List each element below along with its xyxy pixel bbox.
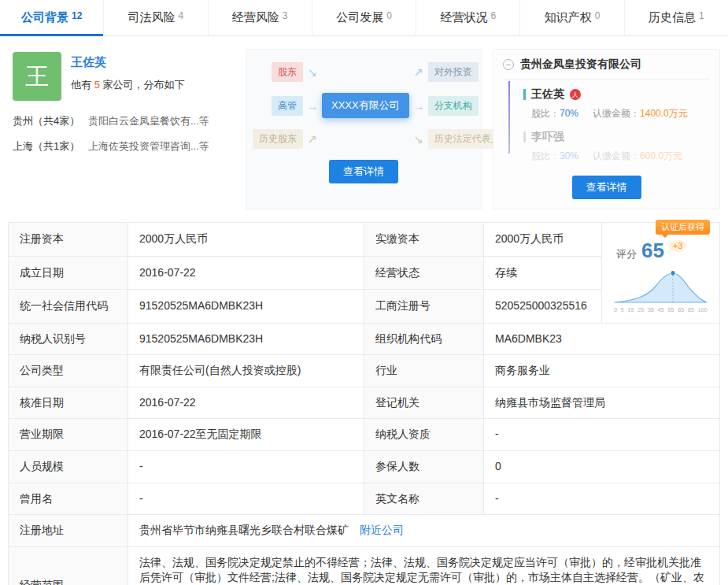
info-row: 经营范围 法律、法规、国务院决定规定禁止的不得经营；法律、法规、国务院决定规定应…	[9, 546, 720, 585]
tab-history-info[interactable]: 历史信息 1	[625, 0, 728, 35]
arrow-right-icon: →	[303, 99, 322, 113]
tab-company-development[interactable]: 公司发展 0	[312, 0, 416, 35]
graph-center-company[interactable]: XXXX有限公司	[322, 93, 409, 118]
equity-company-node[interactable]: 贵州金凤皇投资有限公司	[503, 57, 710, 80]
tab-operation-risk[interactable]: 经营风险 3	[209, 0, 312, 35]
field-label: 纳税人资质	[364, 419, 484, 451]
registered-address-cell: 贵州省毕节市纳雍县曙光乡联合村联合煤矿 附近公司	[128, 515, 720, 547]
field-value: 2016-07-22至无固定期限	[128, 419, 364, 451]
field-value: 2016-07-22	[128, 387, 364, 419]
field-label: 成立日期	[9, 256, 128, 290]
field-value: MA6DMBK23	[484, 323, 720, 355]
graph-node-shareholder[interactable]: 股东	[272, 62, 303, 82]
equity-structure-panel: 贵州金凤皇投资有限公司 王佐英 人 股比：70%认缴金额：1400.0万元	[493, 49, 720, 209]
tab-bar: 公司背景 12 司法风险 4 经营风险 3 公司发展 0 经营状况 6 知识产权…	[0, 0, 728, 36]
score-axis: 0515253545556585100	[613, 305, 708, 315]
share-ratio: 30%	[560, 150, 578, 161]
score-value: 65	[641, 240, 664, 261]
graph-node-executive[interactable]: 高管	[272, 96, 303, 116]
tab-count: 0	[386, 10, 392, 21]
field-label: 营业期限	[9, 419, 128, 451]
tab-count: 1	[699, 10, 704, 21]
tab-label: 知识产权	[545, 10, 592, 25]
boss-name-link[interactable]: 王佐英	[71, 55, 184, 70]
region-row: 上海（共1家） 上海佐英投资管理咨询...等	[13, 139, 230, 154]
field-label: 英文名称	[364, 483, 484, 515]
shareholder-name[interactable]: 李吓强	[531, 130, 564, 144]
tab-label: 公司发展	[336, 10, 383, 25]
tab-count: 4	[179, 10, 184, 21]
arrow-up-right-icon: ↗	[303, 132, 322, 146]
field-label: 统一社会信用代码	[9, 290, 128, 324]
field-value: 2000万人民币	[128, 223, 364, 257]
tab-count: 12	[72, 10, 82, 21]
field-label: 经营状态	[364, 256, 484, 290]
field-label: 登记机关	[364, 387, 484, 419]
tab-label: 历史信息	[649, 10, 696, 25]
region-companies[interactable]: 贵阳白云金凤皇餐饮有...等	[88, 113, 209, 129]
field-value: 存续	[484, 256, 602, 290]
overview-section: 王 王佐英 他有 5 家公司，分布如下 贵州（共4家） 贵阳白云金凤皇餐饮有..…	[0, 36, 728, 222]
field-value: 0	[484, 451, 720, 483]
field-label: 公司类型	[9, 355, 128, 387]
tab-judicial-risk[interactable]: 司法风险 4	[104, 0, 208, 35]
field-label: 纳税人识别号	[9, 323, 128, 355]
tab-operation-status[interactable]: 经营状况 6	[416, 0, 520, 35]
field-label: 曾用名	[9, 483, 128, 515]
tab-count: 6	[490, 10, 496, 21]
field-label: 经营范围	[9, 546, 128, 585]
info-row: 纳税人识别号 91520525MA6DMBK23H 组织机构代码 MA6DMBK…	[9, 323, 720, 355]
arrow-down-right-icon: ↘	[303, 65, 322, 80]
node-accent-bar	[523, 131, 526, 143]
info-row: 注册地址 贵州省毕节市纳雍县曙光乡联合村联合煤矿 附近公司	[9, 515, 720, 547]
score-widget[interactable]: 认证后获得 评分 65 +3 0515253545556585100	[613, 231, 708, 315]
field-label: 注册地址	[9, 515, 128, 547]
arrow-up-right-icon: ↗	[409, 65, 428, 80]
field-value: 2000万人民币	[484, 223, 602, 257]
info-row: 人员规模 - 参保人数 0	[9, 451, 720, 483]
field-value: -	[484, 483, 720, 515]
tab-label: 司法风险	[128, 10, 176, 25]
business-scope: 法律、法规、国务院决定规定禁止的不得经营；法律、法规、国务院决定规定应当许可（审…	[128, 546, 720, 585]
field-value: 520525000325516	[484, 290, 602, 324]
subscribed-amount: 600.0万元	[640, 150, 682, 161]
graph-node-branch[interactable]: 分支机构	[428, 96, 479, 116]
field-value: 91520525MA6DMBK23H	[128, 323, 364, 355]
graph-node-history-shareholder[interactable]: 历史股东	[253, 129, 303, 149]
company-profile-page: 公司背景 12 司法风险 4 经营风险 3 公司发展 0 经营状况 6 知识产权…	[0, 0, 728, 585]
info-row: 注册资本 2000万人民币 实缴资本 2000万人民币 认证后获得 评分 65 …	[9, 223, 720, 257]
tab-company-background[interactable]: 公司背景 12	[0, 0, 104, 35]
graph-node-outbound-investment[interactable]: 对外投资	[428, 62, 479, 82]
field-label: 人员规模	[9, 451, 128, 483]
tab-label: 经营状况	[440, 10, 487, 25]
region-companies[interactable]: 上海佐英投资管理咨询...等	[88, 139, 209, 154]
graph-view-details-button[interactable]: 查看详情	[329, 160, 398, 183]
subscribed-amount: 1400.0万元	[640, 108, 688, 119]
arrow-down-right-icon: ↘	[409, 132, 428, 146]
shareholder-tree: 王佐英 人 股比：70%认缴金额：1400.0万元 李吓强 股比：30%认缴金额…	[503, 80, 710, 172]
shareholder-name[interactable]: 王佐英	[531, 87, 564, 102]
registered-address: 贵州省毕节市纳雍县曙光乡联合村联合煤矿	[139, 524, 349, 536]
tab-label: 公司背景	[21, 10, 68, 25]
info-row: 公司类型 有限责任公司(自然人投资或控股) 行业 商务服务业	[9, 355, 720, 387]
score-marker-dot	[671, 271, 675, 276]
region-name: 贵州（共4家）	[13, 113, 88, 129]
score-delta-badge: +3	[669, 240, 687, 252]
nearby-companies-link[interactable]: 附近公司	[360, 524, 404, 536]
field-value: 纳雍县市场监督管理局	[484, 387, 720, 419]
field-value: -	[128, 451, 364, 483]
collapse-minus-icon[interactable]	[503, 59, 514, 70]
boss-region-list: 贵州（共4家） 贵阳白云金凤皇餐饮有...等 上海（共1家） 上海佐英投资管理咨…	[13, 113, 230, 154]
score-ribbon[interactable]: 认证后获得	[656, 220, 710, 235]
company-count: 5	[94, 79, 100, 91]
boss-summary: 他有 5 家公司，分布如下	[71, 78, 184, 92]
info-row: 核准日期 2016-07-22 登记机关 纳雍县市场监督管理局	[9, 387, 720, 419]
info-row: 营业期限 2016-07-22至无固定期限 纳税人资质 -	[9, 419, 720, 451]
equity-view-details-button[interactable]: 查看详情	[572, 176, 641, 199]
shareholder-item: 王佐英 人 股比：70%认缴金额：1400.0万元	[523, 87, 710, 120]
tab-intellectual-property[interactable]: 知识产权 0	[520, 0, 624, 35]
tab-count: 3	[283, 10, 288, 21]
field-label: 工商注册号	[364, 290, 484, 324]
field-label: 组织机构代码	[364, 323, 484, 355]
arrow-right-icon: →	[409, 99, 428, 113]
